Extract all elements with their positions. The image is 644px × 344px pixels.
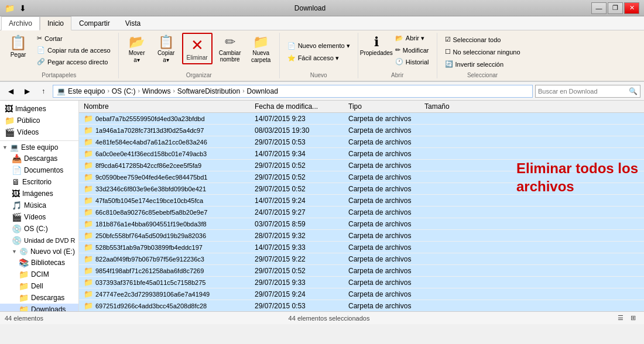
- path-sep-2: ›: [138, 88, 139, 94]
- address-path[interactable]: 💻 Este equipo › OS (C:) › Windows › Soft…: [53, 85, 533, 98]
- clipboard-small-group: ✂ Cortar 📄 Copiar ruta de acceso 🔗 Pegar…: [34, 33, 114, 67]
- imagenes-icon-1: 🖼: [5, 104, 13, 113]
- back-button[interactable]: ◀: [4, 85, 18, 98]
- up-button[interactable]: ↑: [36, 85, 50, 98]
- close-button[interactable]: ✕: [624, 2, 639, 14]
- paste-button[interactable]: 📋 Pegar: [5, 33, 32, 60]
- table-row[interactable]: 📁 47fa50fb1045e174ec19bce10cb45fca 14/07…: [79, 195, 644, 207]
- table-row[interactable]: 📁 822aa0f49fb97b067b97f56e912236c3 29/07…: [79, 253, 644, 265]
- path-part-1: Este equipo: [68, 87, 105, 95]
- no-seleccionar-button[interactable]: ☐ No seleccionar ninguno: [442, 46, 523, 57]
- seleccionar-todo-button[interactable]: ☑ Seleccionar todo: [442, 34, 504, 45]
- eliminar-button[interactable]: ✕ Eliminar: [182, 33, 213, 64]
- nuevo-content: 📄 Nuevo elemento ▾ ⭐ Fácil acceso ▾: [285, 33, 353, 71]
- file-type: Carpeta de archivos: [348, 302, 424, 310]
- paste-shortcut-button[interactable]: 🔗 Pegar acceso directo: [34, 56, 114, 67]
- minimize-button[interactable]: —: [591, 2, 607, 14]
- table-row[interactable]: 📁 0ebaf7a7b25559950fd4ed30a23bfdbd 14/07…: [79, 113, 644, 125]
- table-row[interactable]: 📁 697251d9266c4add3bcc45a208d8fc28 29/07…: [79, 300, 644, 311]
- invertir-seleccion-button[interactable]: 🔄 Invertir selección: [442, 59, 507, 70]
- search-box[interactable]: 🔍: [535, 85, 640, 98]
- ribbon-group-organizar: 📂 Mover a▾ 📋 Copiar a▾ ✕ Eliminar ✏ Camb…: [119, 33, 280, 78]
- nuevo-elemento-button[interactable]: 📄 Nuevo elemento ▾: [285, 40, 353, 51]
- file-type: Carpeta de archivos: [348, 232, 424, 240]
- sidebar-item-videos-1[interactable]: 🎬 Vídeos: [0, 126, 78, 138]
- view-list-icon[interactable]: ☰: [615, 312, 626, 324]
- file-name: 6a0c0ee0e41f36ecd158bc01e749acb3: [95, 150, 207, 157]
- forward-button[interactable]: ▶: [20, 85, 34, 98]
- table-row[interactable]: 📁 181b876a1e4bba6904551f19e0bda3f8 03/07…: [79, 218, 644, 230]
- restore-button[interactable]: ❐: [608, 2, 623, 14]
- table-row[interactable]: 📁 528b553f1ab9a79b03899fb4eddc197 14/07/…: [79, 242, 644, 253]
- sidebar-item-imagenes-2[interactable]: 🖼 Imágenes: [0, 188, 78, 199]
- cambiar-button[interactable]: ✏ Cambiar nombre: [215, 33, 245, 64]
- facil-acceso-button[interactable]: ⭐ Fácil acceso ▾: [285, 53, 342, 64]
- no-seleccionar-icon: ☐: [445, 48, 451, 56]
- file-date: 29/07/2015 9:33: [255, 278, 348, 287]
- sidebar-item-nuevo-vol[interactable]: ▼ 💿 Nuevo vol (E:): [0, 246, 78, 257]
- nueva-carpeta-button[interactable]: 📁 Nueva carpeta: [248, 33, 275, 66]
- tab-inicio[interactable]: Inicio: [40, 16, 71, 30]
- abrir-button[interactable]: 📂 Abrir ▾: [392, 33, 432, 44]
- folder-icon: 📁: [84, 173, 93, 181]
- paste-shortcut-icon: 🔗: [37, 58, 45, 66]
- tab-compartir[interactable]: Compartir: [71, 16, 118, 30]
- musica-icon: 🎵: [12, 201, 22, 210]
- file-date: 29/07/2015 9:24: [255, 290, 348, 298]
- dell-icon: 📁: [19, 281, 29, 291]
- file-date: 29/07/2015 9:22: [255, 255, 348, 263]
- folder-icon: 📁: [84, 219, 93, 228]
- expand-equipo-icon: ▼: [2, 145, 8, 150]
- sidebar-item-publico[interactable]: 📁 Público: [0, 115, 78, 126]
- sidebar-item-descargas-2[interactable]: 📁 Descargas: [0, 292, 78, 304]
- table-row[interactable]: 📁 247747ee2c3d7299389106a6e7a41949 29/07…: [79, 288, 644, 300]
- cut-icon: ✂: [37, 35, 42, 42]
- sidebar-item-dell[interactable]: 📁 Dell: [0, 280, 78, 292]
- table-row[interactable]: 📁 250bfc558bf764a5d509d19b29a82036 28/07…: [79, 230, 644, 242]
- file-type: Carpeta de archivos: [348, 208, 424, 216]
- main-layout: 🖼 Imágenes 📁 Público 🎬 Vídeos ▼ 💻 Este e…: [0, 101, 644, 311]
- path-sep-1: ›: [107, 88, 109, 94]
- path-sep-4: ›: [242, 88, 244, 94]
- table-row[interactable]: 📁 1a946a1a7028fc73f13d3f0d25a4dc97 08/03…: [79, 125, 644, 136]
- copy-path-button[interactable]: 📄 Copiar ruta de acceso: [34, 44, 114, 56]
- sidebar-item-dvd[interactable]: 💿 Unidad de DVD R: [0, 235, 78, 246]
- copiar-button[interactable]: 📋 Copiar a▾: [153, 33, 180, 66]
- abrir-label: Abrir: [391, 72, 403, 78]
- downloads-icon: 📁: [19, 305, 29, 311]
- tab-archivo[interactable]: Archivo: [1, 16, 40, 30]
- sidebar-item-este-equipo[interactable]: ▼ 💻 Este equipo: [0, 142, 78, 153]
- sidebar-item-bibliotecas[interactable]: 📚 Bibliotecas: [0, 257, 78, 269]
- sidebar-item-musica[interactable]: 🎵 Música: [0, 199, 78, 211]
- sidebar-item-escritorio[interactable]: 🖥 Escritorio: [0, 176, 78, 188]
- historial-button[interactable]: 🕐 Historial: [392, 56, 432, 67]
- window-controls: — ❐ ✕: [591, 2, 639, 14]
- sidebar-item-descargas[interactable]: 📥 Descargas: [0, 153, 78, 164]
- table-row[interactable]: 📁 9854f198abf71c261258aba6fd8c7269 29/07…: [79, 265, 644, 277]
- tab-vista[interactable]: Vista: [118, 16, 148, 30]
- sidebar-item-dcim[interactable]: 📁 DCIM: [0, 269, 78, 280]
- nuevo-label: Nuevo: [310, 72, 327, 78]
- table-row[interactable]: 📁 6a0c0ee0e41f36ecd158bc01e749acb3 14/07…: [79, 148, 644, 160]
- file-name: 9c0590bee759e04fed4e6ec984475bd1: [95, 174, 207, 181]
- qa-btn-1[interactable]: ⬇: [17, 2, 29, 14]
- sidebar-item-imagenes-1[interactable]: 🖼 Imágenes: [0, 103, 78, 115]
- path-sep-3: ›: [173, 88, 174, 94]
- modificar-button[interactable]: ✏ Modificar: [392, 44, 432, 56]
- folder-icon: 📁: [84, 301, 93, 310]
- propiedades-button[interactable]: ℹ Propiedades: [363, 33, 390, 59]
- table-row[interactable]: 📁 4e81fe584ec4abd7a61a21cc0e83a246 29/07…: [79, 136, 644, 148]
- table-row[interactable]: 📁 037393af3761bfe45a011c5c7158b275 29/07…: [79, 277, 644, 288]
- sidebar-item-videos-2[interactable]: 🎬 Vídeos: [0, 211, 78, 223]
- sidebar-item-documentos[interactable]: 📄 Documentos: [0, 164, 78, 176]
- mover-button[interactable]: 📂 Mover a▾: [124, 33, 150, 66]
- seleccionar-content: ☑ Seleccionar todo ☐ No seleccionar ning…: [442, 33, 523, 71]
- file-date: 29/07/2015 0:52: [255, 185, 348, 193]
- cut-button[interactable]: ✂ Cortar: [34, 33, 114, 44]
- table-row[interactable]: 📁 66c810e8a90276c85ebebf5a8b20e9e7 24/07…: [79, 207, 644, 218]
- search-input[interactable]: [538, 88, 628, 95]
- view-grid-icon[interactable]: ⊞: [628, 312, 639, 324]
- sidebar-item-os-c[interactable]: 💿 OS (C:): [0, 223, 78, 235]
- file-name: 0ebaf7a7b25559950fd4ed30a23bfdbd: [95, 115, 205, 122]
- sidebar-item-downloads[interactable]: 📁 Downloads: [0, 304, 78, 311]
